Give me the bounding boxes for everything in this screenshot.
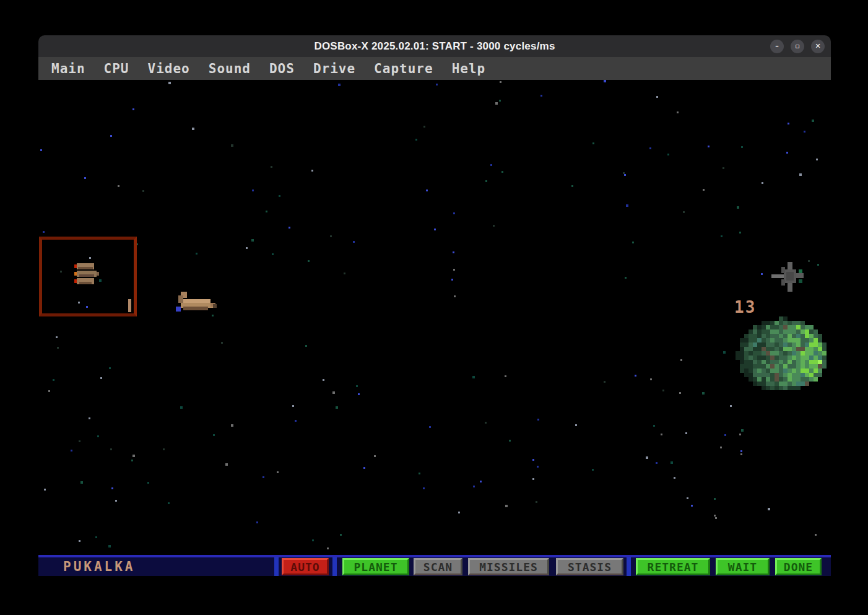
star	[338, 84, 341, 86]
star	[43, 231, 45, 233]
star	[656, 96, 658, 98]
star	[311, 170, 313, 172]
unit-count-tick	[128, 299, 131, 312]
star	[358, 393, 360, 395]
star	[71, 450, 72, 451]
menu-item-sound[interactable]: Sound	[199, 57, 260, 80]
star	[353, 241, 355, 243]
star	[453, 212, 455, 214]
player-ship-sprite[interactable]	[74, 263, 102, 288]
star	[677, 111, 679, 113]
wait-button[interactable]: WAIT	[716, 558, 770, 575]
star	[500, 81, 501, 83]
star	[646, 456, 648, 459]
star	[505, 375, 506, 377]
star	[89, 417, 90, 419]
star	[225, 463, 228, 466]
star	[423, 126, 425, 128]
star	[723, 167, 724, 169]
star	[436, 84, 438, 85]
planet-sprite[interactable]	[736, 316, 830, 393]
window-title: DOSBox-X 2025.02.01: START - 3000 cycles…	[314, 40, 555, 53]
star	[817, 264, 819, 266]
star	[740, 453, 742, 455]
star	[762, 182, 763, 184]
enemy-ship-sprite[interactable]	[771, 262, 809, 292]
star	[604, 381, 605, 383]
maximize-button[interactable]: ▫	[791, 40, 804, 53]
star	[453, 251, 454, 253]
star	[374, 455, 376, 457]
done-button[interactable]: DONE	[775, 558, 822, 575]
star	[419, 473, 420, 474]
star	[674, 477, 675, 479]
star	[108, 545, 111, 547]
star	[256, 521, 258, 523]
star	[429, 426, 431, 428]
star	[292, 405, 294, 407]
close-button[interactable]: ✕	[811, 40, 825, 53]
star	[434, 229, 436, 230]
star	[768, 508, 770, 510]
dosbox-window: DOSBox-X 2025.02.01: START - 3000 cycles…	[38, 35, 831, 576]
star	[650, 378, 652, 380]
star	[714, 498, 716, 500]
star	[495, 102, 498, 105]
star	[680, 359, 682, 361]
menu-item-main[interactable]: Main	[42, 57, 95, 80]
star	[327, 547, 329, 549]
star	[231, 424, 233, 427]
menu-item-help[interactable]: Help	[443, 57, 495, 80]
star	[671, 461, 673, 464]
menu-item-capture[interactable]: Capture	[365, 57, 443, 80]
title-bar[interactable]: DOSBox-X 2025.02.01: START - 3000 cycles…	[38, 35, 831, 57]
star	[532, 478, 534, 480]
game-screen[interactable]: 13 PUKALKA AUTOPLANETSCANMISSILESSTASISR…	[38, 80, 831, 576]
bar-separator	[627, 557, 631, 576]
star	[279, 195, 280, 197]
star	[571, 185, 573, 187]
star	[490, 164, 492, 166]
star	[79, 540, 80, 542]
menu-item-video[interactable]: Video	[139, 57, 199, 80]
star	[761, 273, 763, 275]
missiles-button[interactable]: MISSILES	[468, 558, 549, 575]
star	[737, 206, 739, 209]
star	[295, 420, 297, 422]
star	[332, 391, 335, 394]
star	[426, 190, 428, 191]
star	[109, 367, 111, 369]
selected-ship-name: PUKALKA	[63, 559, 136, 574]
star	[485, 422, 487, 424]
star	[132, 108, 134, 110]
star	[537, 466, 539, 468]
star	[685, 432, 687, 434]
menu-item-dos[interactable]: DOS	[260, 57, 304, 80]
star	[252, 190, 254, 191]
star	[97, 435, 99, 437]
star	[532, 459, 534, 461]
star	[84, 177, 86, 179]
star	[168, 82, 171, 84]
planet-button[interactable]: PLANET	[342, 558, 409, 575]
star	[344, 273, 345, 274]
star	[480, 481, 482, 482]
stasis-button[interactable]: STASIS	[556, 558, 623, 575]
menu-item-drive[interactable]: Drive	[304, 57, 365, 80]
menu-item-cpu[interactable]: CPU	[95, 57, 139, 80]
star	[656, 462, 658, 464]
star	[604, 80, 606, 82]
menu-bar: MainCPUVideoSoundDOSDriveCaptureHelp	[38, 57, 831, 80]
escort-ship-sprite[interactable]	[176, 292, 218, 313]
star	[708, 146, 710, 147]
auto-button[interactable]: AUTO	[282, 558, 329, 575]
star	[454, 295, 456, 297]
star	[272, 253, 274, 255]
scan-button[interactable]: SCAN	[414, 558, 462, 575]
star	[458, 512, 460, 513]
retreat-button[interactable]: RETREAT	[636, 558, 710, 575]
star	[501, 171, 503, 173]
window-controls: –▫✕	[770, 35, 825, 57]
star	[246, 247, 248, 249]
minimize-button[interactable]: –	[770, 40, 784, 53]
